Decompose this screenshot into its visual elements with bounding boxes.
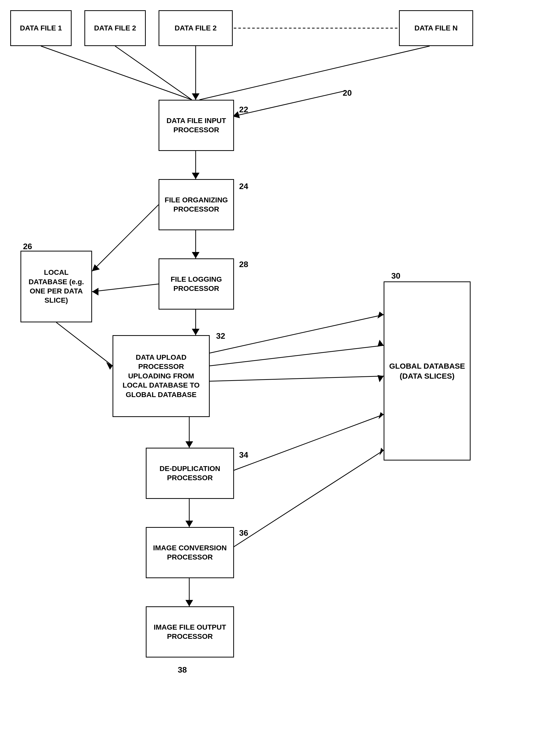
svg-marker-21	[92, 288, 98, 295]
svg-marker-13	[185, 441, 193, 448]
svg-line-22	[56, 322, 113, 366]
svg-line-20	[92, 284, 159, 292]
label-32: 32	[216, 331, 225, 341]
data-file-1-label: DATA FILE 1	[20, 23, 62, 33]
svg-marker-29	[378, 375, 384, 382]
svg-line-24	[210, 315, 384, 353]
label-36: 36	[239, 528, 248, 538]
label-30: 30	[391, 271, 400, 281]
data-file-input-label: DATA FILE INPUT PROCESSOR	[162, 116, 231, 135]
de-duplication-label: DE-DUPLICATION PROCESSOR	[149, 464, 231, 483]
global-database-box: GLOBAL DATABASE (DATA SLICES)	[384, 282, 470, 461]
data-upload-label: DATA UPLOAD PROCESSOR UPLOADING FROM LOC…	[116, 353, 206, 399]
label-28: 28	[239, 260, 248, 269]
local-database-box: LOCAL DATABASE (e.g. ONE PER DATA SLICE)	[20, 251, 92, 322]
data-file-n-label: DATA FILE N	[414, 23, 458, 33]
svg-marker-15	[185, 521, 193, 527]
svg-marker-25	[378, 311, 384, 318]
data-upload-box: DATA UPLOAD PROCESSOR UPLOADING FROM LOC…	[113, 335, 210, 417]
svg-line-18	[92, 205, 159, 271]
file-organizing-label: FILE ORGANIZING PROCESSOR	[162, 196, 231, 214]
label-26: 26	[23, 242, 32, 251]
diagram: DATA FILE 1 DATA FILE 2 DATA FILE 2 DATA…	[0, 0, 534, 756]
svg-line-28	[210, 376, 384, 381]
file-logging-label: FILE LOGGING PROCESSOR	[162, 275, 231, 293]
global-database-label: GLOBAL DATABASE (DATA SLICES)	[387, 361, 467, 381]
svg-line-26	[210, 345, 384, 366]
de-duplication-box: DE-DUPLICATION PROCESSOR	[146, 448, 234, 499]
label-24: 24	[239, 182, 248, 191]
svg-marker-7	[192, 173, 200, 179]
image-conversion-label: IMAGE CONVERSION PROCESSOR	[149, 543, 231, 562]
svg-marker-17	[185, 600, 193, 606]
data-file-2a-box: DATA FILE 2	[84, 10, 146, 46]
svg-marker-31	[379, 412, 384, 419]
svg-marker-33	[380, 448, 384, 455]
svg-line-5	[200, 46, 430, 100]
svg-line-34	[233, 91, 345, 117]
svg-marker-4	[192, 94, 200, 100]
svg-marker-11	[192, 329, 200, 335]
svg-line-30	[233, 415, 384, 471]
svg-marker-19	[92, 264, 100, 271]
image-file-output-box: IMAGE FILE OUTPUT PROCESSOR	[146, 606, 234, 658]
file-logging-box: FILE LOGGING PROCESSOR	[159, 258, 234, 310]
data-file-2b-box: DATA FILE 2	[159, 10, 233, 46]
svg-line-2	[115, 46, 192, 100]
data-file-2a-label: DATA FILE 2	[94, 23, 136, 33]
image-conversion-box: IMAGE CONVERSION PROCESSOR	[146, 527, 234, 578]
file-organizing-box: FILE ORGANIZING PROCESSOR	[159, 179, 234, 230]
svg-marker-23	[106, 362, 113, 370]
image-file-output-label: IMAGE FILE OUTPUT PROCESSOR	[149, 623, 231, 641]
svg-line-32	[233, 450, 384, 548]
data-file-2b-label: DATA FILE 2	[175, 23, 217, 33]
local-database-label: LOCAL DATABASE (e.g. ONE PER DATA SLICE)	[24, 268, 89, 305]
label-22: 22	[239, 105, 248, 114]
label-34: 34	[239, 450, 248, 460]
data-file-n-box: DATA FILE N	[399, 10, 473, 46]
svg-marker-27	[378, 340, 384, 347]
label-20: 20	[343, 88, 352, 98]
svg-marker-9	[192, 252, 200, 258]
svg-line-1	[41, 46, 192, 100]
label-38: 38	[178, 665, 187, 675]
data-file-1-box: DATA FILE 1	[10, 10, 72, 46]
data-file-input-box: DATA FILE INPUT PROCESSOR	[159, 100, 234, 151]
